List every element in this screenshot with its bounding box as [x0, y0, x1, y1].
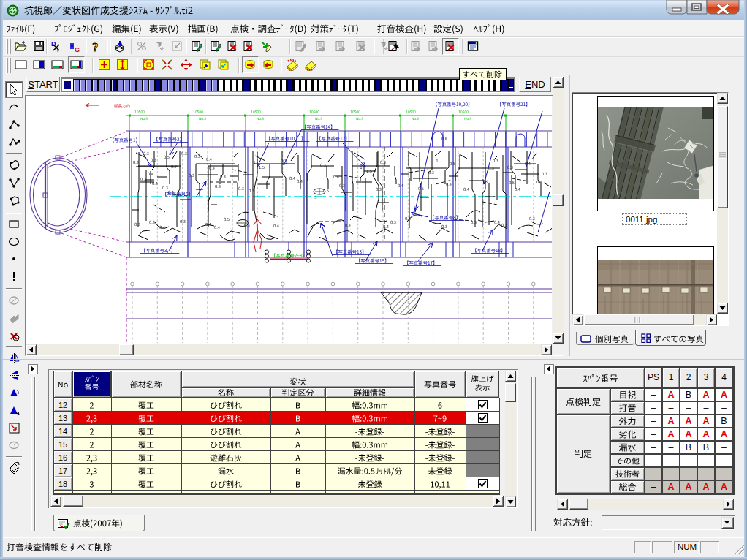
svg-text:G: G [75, 46, 80, 53]
svg-text:F: F [57, 46, 61, 53]
svg-text:?: ? [92, 40, 99, 53]
